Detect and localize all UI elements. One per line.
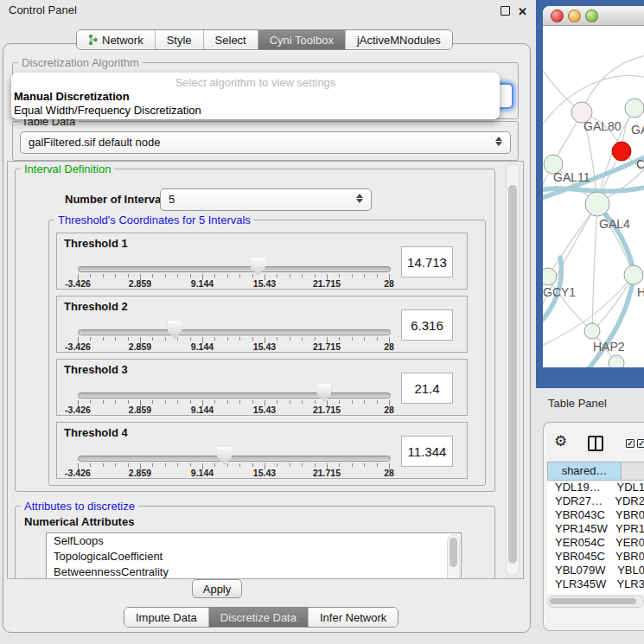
table-row[interactable]: YDL19…YDL1 bbox=[547, 481, 644, 494]
combo-updown-icon bbox=[495, 136, 503, 147]
tick-mark bbox=[227, 274, 228, 277]
slider-track[interactable] bbox=[78, 329, 391, 335]
zoom-traffic-light[interactable] bbox=[585, 10, 598, 22]
tab-cyni-toolbox[interactable]: Cyni Toolbox bbox=[258, 30, 346, 49]
cyni-mode-tabbar: Impute DataDiscretize DataInfer Network bbox=[124, 607, 399, 628]
slider-thumb[interactable] bbox=[251, 258, 265, 276]
numerical-attributes-label: Numerical Attributes bbox=[24, 515, 134, 528]
window-title: Control Panel bbox=[9, 3, 77, 16]
GAL4-node[interactable] bbox=[585, 192, 609, 216]
attribute-item-betweennesscentrality[interactable]: BetweennessCentrality bbox=[47, 564, 461, 579]
tick-label: 9.144 bbox=[191, 405, 214, 415]
tick-mark bbox=[352, 463, 353, 467]
table-row[interactable]: YBL079WYBL0 bbox=[547, 564, 644, 577]
float-window-icon[interactable] bbox=[501, 6, 510, 16]
slider-thumb[interactable] bbox=[217, 447, 232, 465]
panel-scrollbar[interactable] bbox=[506, 163, 520, 577]
network-canvas[interactable]: GAL80GACGAL11GAL4GCY1HHAP2 bbox=[543, 26, 644, 367]
tick-label: 21.715 bbox=[313, 405, 341, 415]
tick-label: 9.144 bbox=[191, 468, 214, 478]
GCY1-node[interactable] bbox=[543, 268, 557, 285]
table-row[interactable]: YBR043CYBR0 bbox=[547, 508, 644, 522]
columns-icon[interactable] bbox=[588, 436, 603, 451]
attribute-item-selfloops[interactable]: SelfLoops bbox=[47, 533, 461, 549]
tick-mark bbox=[152, 337, 153, 341]
close-traffic-light[interactable] bbox=[551, 10, 564, 22]
checkbox-icon[interactable]: ✓ bbox=[637, 439, 644, 448]
attribute-item-topologicalcoefficient[interactable]: TopologicalCoefficient bbox=[47, 549, 461, 564]
number-of-intervals-label: Number of Intervals bbox=[65, 193, 170, 206]
tick-mark bbox=[227, 337, 228, 341]
popup-item-manual-discretization[interactable]: Manual Discretization bbox=[14, 90, 130, 103]
threshold-label: Threshold 3 bbox=[64, 363, 128, 376]
column-header-2[interactable]: na bbox=[622, 462, 644, 481]
tick-mark bbox=[190, 274, 191, 277]
node-label: H bbox=[637, 285, 644, 299]
column-header-1[interactable]: shared… bbox=[547, 462, 622, 481]
threshold-value-field[interactable] bbox=[401, 246, 453, 277]
tick-label: -3.426 bbox=[65, 278, 91, 289]
close-icon[interactable]: ✕ bbox=[518, 5, 527, 18]
tab-discretize-data[interactable]: Discretize Data bbox=[209, 608, 309, 627]
attributes-group: Attributes to discretize Numerical Attri… bbox=[15, 506, 495, 579]
table-row[interactable]: YIL052CYIL0 bbox=[547, 591, 644, 594]
slider-track[interactable] bbox=[78, 456, 391, 462]
table-row[interactable]: YPR145WYPR1 bbox=[547, 522, 644, 536]
tick-mark bbox=[165, 463, 166, 467]
slider-track[interactable] bbox=[78, 392, 391, 399]
tick-label: -3.426 bbox=[65, 405, 91, 415]
tick-mark bbox=[377, 463, 378, 467]
checkbox-icon[interactable]: ✓ bbox=[626, 439, 634, 448]
number-of-intervals-select[interactable]: 5 bbox=[160, 188, 372, 211]
tab-select[interactable]: Select bbox=[204, 30, 258, 49]
HAP2-node[interactable] bbox=[584, 323, 600, 339]
threshold-value-field[interactable] bbox=[401, 309, 453, 341]
selected-red-node[interactable] bbox=[612, 142, 631, 161]
tick-mark bbox=[302, 400, 303, 404]
table-row[interactable]: YLR345WYLR3 bbox=[547, 577, 644, 591]
threshold-1-box: Threshold 1-3.4262.8599.14415.4321.71528 bbox=[56, 233, 468, 290]
tick-mark bbox=[290, 337, 290, 341]
slider-thumb[interactable] bbox=[316, 384, 331, 402]
top-right-node[interactable] bbox=[625, 99, 644, 118]
H-node[interactable] bbox=[624, 265, 643, 284]
table-header: shared…na bbox=[547, 462, 644, 481]
table-row[interactable]: YER054CYER0 bbox=[547, 536, 644, 550]
tab-style[interactable]: Style bbox=[156, 30, 204, 49]
tab-network[interactable]: Network bbox=[77, 30, 156, 49]
tick-mark bbox=[128, 400, 129, 404]
tick-mark bbox=[115, 274, 116, 277]
threshold-value-field[interactable] bbox=[401, 436, 453, 467]
threshold-4-box: Threshold 4-3.4262.8599.14415.4321.71528 bbox=[56, 422, 468, 479]
tab-infer-network[interactable]: Infer Network bbox=[309, 608, 398, 627]
tick-mark bbox=[152, 400, 153, 404]
tick-mark bbox=[227, 463, 228, 467]
table-row[interactable]: YDR27…YDR2 bbox=[547, 494, 644, 508]
tick-label: 9.144 bbox=[191, 341, 214, 352]
node-label: GAL80 bbox=[583, 119, 622, 133]
tab-impute-data[interactable]: Impute Data bbox=[124, 608, 209, 627]
bottom-node[interactable] bbox=[609, 355, 624, 367]
control-panel-tabbar: NetworkStyleSelectCyni ToolboxjActiveMNo… bbox=[76, 29, 453, 50]
popup-item-equal-width-frequency[interactable]: Equal Width/Frequency Discretization bbox=[14, 104, 201, 117]
slider-track[interactable] bbox=[78, 266, 391, 272]
tick-mark bbox=[277, 337, 277, 341]
minimize-traffic-light[interactable] bbox=[568, 10, 581, 22]
tick-mark bbox=[252, 400, 253, 404]
list-scrollbar[interactable] bbox=[447, 534, 460, 579]
tick-mark bbox=[90, 400, 91, 404]
tick-mark bbox=[165, 400, 166, 404]
apply-button[interactable]: Apply bbox=[192, 579, 242, 598]
numerical-attributes-list[interactable]: SelfLoopsTopologicalCoefficientBetweenne… bbox=[46, 532, 462, 579]
tick-mark bbox=[128, 337, 129, 341]
table-data-select[interactable]: galFiltered.sif default node bbox=[20, 131, 511, 154]
threshold-value-field[interactable] bbox=[401, 373, 453, 404]
table-hscrollbar[interactable] bbox=[547, 596, 644, 608]
table-row[interactable]: YBR045CYBR0 bbox=[547, 550, 644, 564]
gear-icon[interactable]: ⚙ bbox=[554, 434, 567, 449]
tab-jactivemnodules[interactable]: jActiveMNodules bbox=[346, 30, 452, 49]
tick-label: 15.43 bbox=[253, 341, 276, 352]
table-data-group: Table Data galFiltered.sif default node bbox=[12, 121, 519, 161]
node-label: GAL4 bbox=[599, 217, 630, 231]
slider-thumb[interactable] bbox=[168, 321, 182, 339]
